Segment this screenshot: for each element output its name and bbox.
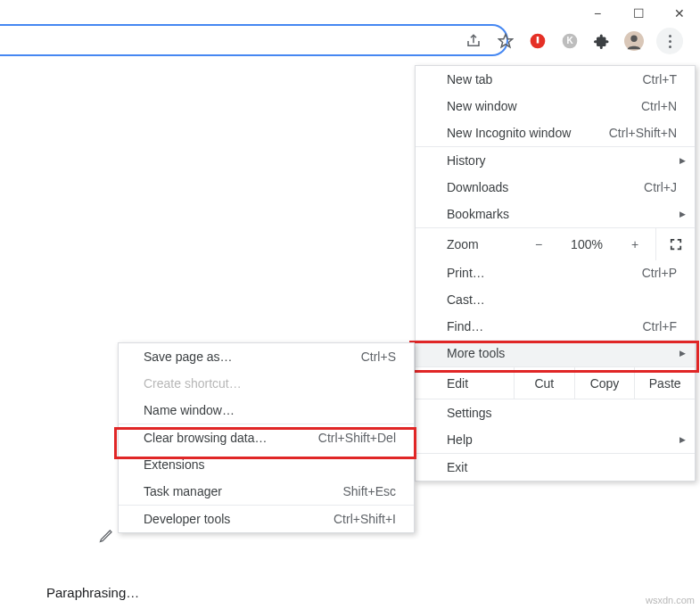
edit-label: Edit bbox=[416, 376, 514, 391]
zoom-value: 100% bbox=[566, 237, 607, 251]
menu-item-label: Clear browsing data… bbox=[144, 431, 268, 445]
submenu-create-shortcut: Create shortcut… bbox=[119, 370, 414, 397]
chrome-menu: New tabCtrl+T New windowCtrl+N New Incog… bbox=[415, 65, 696, 481]
menu-settings[interactable]: Settings bbox=[416, 399, 695, 426]
edit-cut[interactable]: Cut bbox=[514, 367, 574, 399]
watermark: wsxdn.com bbox=[646, 595, 695, 605]
submenu-name-window[interactable]: Name window… bbox=[119, 397, 414, 424]
shortcut: Ctrl+Shift+I bbox=[334, 512, 396, 526]
shortcut: Ctrl+P bbox=[642, 266, 677, 280]
menu-item-label: Settings bbox=[447, 406, 492, 420]
shortcut: Ctrl+J bbox=[644, 180, 677, 194]
status-text: Paraphrasing… bbox=[46, 585, 139, 600]
menu-item-label: Find… bbox=[447, 319, 483, 333]
menu-zoom: Zoom − 100% + bbox=[416, 227, 695, 259]
menu-edit: Edit Cut Copy Paste bbox=[416, 366, 695, 399]
menu-help[interactable]: Help bbox=[416, 426, 695, 453]
window-close[interactable]: ✕ bbox=[659, 0, 700, 27]
share-icon[interactable] bbox=[464, 31, 483, 51]
edit-copy[interactable]: Copy bbox=[574, 367, 635, 399]
menu-item-label: Downloads bbox=[447, 180, 508, 194]
chrome-menu-button[interactable] bbox=[656, 28, 683, 54]
menu-item-label: Save page as… bbox=[144, 350, 233, 364]
extension-k-icon[interactable]: K bbox=[560, 31, 580, 51]
menu-item-label: Extensions bbox=[144, 457, 204, 472]
more-tools-submenu: Save page as…Ctrl+S Create shortcut… Nam… bbox=[118, 342, 415, 533]
menu-item-label: New tab bbox=[447, 72, 492, 86]
menu-print[interactable]: Print…Ctrl+P bbox=[416, 259, 695, 286]
extensions-puzzle-icon[interactable] bbox=[592, 31, 612, 51]
svg-marker-0 bbox=[499, 35, 513, 47]
svg-rect-2 bbox=[537, 37, 539, 44]
zoom-out[interactable]: − bbox=[525, 237, 552, 251]
edit-paste[interactable]: Paste bbox=[634, 367, 695, 399]
zoom-in[interactable]: + bbox=[622, 237, 648, 251]
menu-item-label: New window bbox=[447, 99, 517, 113]
menu-item-label: Developer tools bbox=[144, 512, 230, 526]
menu-item-label: Cast… bbox=[447, 292, 485, 307]
menu-item-label: Create shortcut… bbox=[144, 376, 242, 391]
profile-avatar[interactable] bbox=[624, 31, 644, 51]
menu-history[interactable]: History bbox=[416, 147, 695, 174]
zoom-label: Zoom bbox=[447, 237, 525, 251]
shortcut: Shift+Esc bbox=[342, 484, 396, 498]
window-maximize[interactable]: ☐ bbox=[618, 0, 659, 27]
svg-text:K: K bbox=[566, 36, 573, 45]
menu-item-label: Name window… bbox=[144, 403, 235, 417]
menu-item-label: More tools bbox=[447, 346, 505, 360]
window-minimize[interactable]: − bbox=[577, 0, 618, 27]
menu-bookmarks[interactable]: Bookmarks bbox=[416, 201, 695, 227]
svg-point-6 bbox=[630, 36, 637, 42]
bookmark-star-icon[interactable] bbox=[496, 31, 515, 51]
submenu-save-page-as[interactable]: Save page as…Ctrl+S bbox=[119, 343, 414, 370]
menu-item-label: History bbox=[447, 153, 486, 168]
pen-icon bbox=[98, 526, 116, 544]
menu-item-label: Bookmarks bbox=[447, 207, 509, 221]
menu-cast[interactable]: Cast… bbox=[416, 286, 695, 313]
menu-find[interactable]: Find…Ctrl+F bbox=[416, 313, 695, 340]
submenu-clear-browsing-data[interactable]: Clear browsing data…Ctrl+Shift+Del bbox=[119, 424, 414, 451]
extension-shield-icon[interactable] bbox=[528, 31, 548, 51]
shortcut: Ctrl+S bbox=[361, 350, 396, 364]
shortcut: Ctrl+F bbox=[643, 319, 678, 333]
menu-exit[interactable]: Exit bbox=[416, 454, 695, 481]
menu-more-tools[interactable]: More tools bbox=[416, 340, 695, 366]
submenu-extensions[interactable]: Extensions bbox=[119, 451, 414, 478]
menu-item-label: Print… bbox=[447, 266, 485, 280]
submenu-developer-tools[interactable]: Developer toolsCtrl+Shift+I bbox=[119, 506, 414, 532]
shortcut: Ctrl+N bbox=[641, 99, 677, 113]
shortcut: Ctrl+Shift+Del bbox=[318, 431, 396, 445]
menu-item-label: Task manager bbox=[144, 484, 222, 498]
menu-item-label: Help bbox=[447, 432, 473, 447]
menu-incognito[interactable]: New Incognito windowCtrl+Shift+N bbox=[416, 119, 695, 146]
menu-downloads[interactable]: DownloadsCtrl+J bbox=[416, 174, 695, 201]
fullscreen-icon[interactable] bbox=[655, 228, 695, 260]
submenu-task-manager[interactable]: Task managerShift+Esc bbox=[119, 478, 414, 505]
address-bar[interactable] bbox=[0, 24, 508, 56]
menu-new-window[interactable]: New windowCtrl+N bbox=[416, 93, 695, 119]
menu-item-label: Exit bbox=[447, 460, 467, 474]
toolbar: K bbox=[464, 28, 683, 54]
shortcut: Ctrl+T bbox=[643, 72, 678, 86]
menu-item-label: New Incognito window bbox=[447, 126, 571, 140]
shortcut: Ctrl+Shift+N bbox=[609, 126, 677, 140]
menu-new-tab[interactable]: New tabCtrl+T bbox=[416, 66, 695, 93]
